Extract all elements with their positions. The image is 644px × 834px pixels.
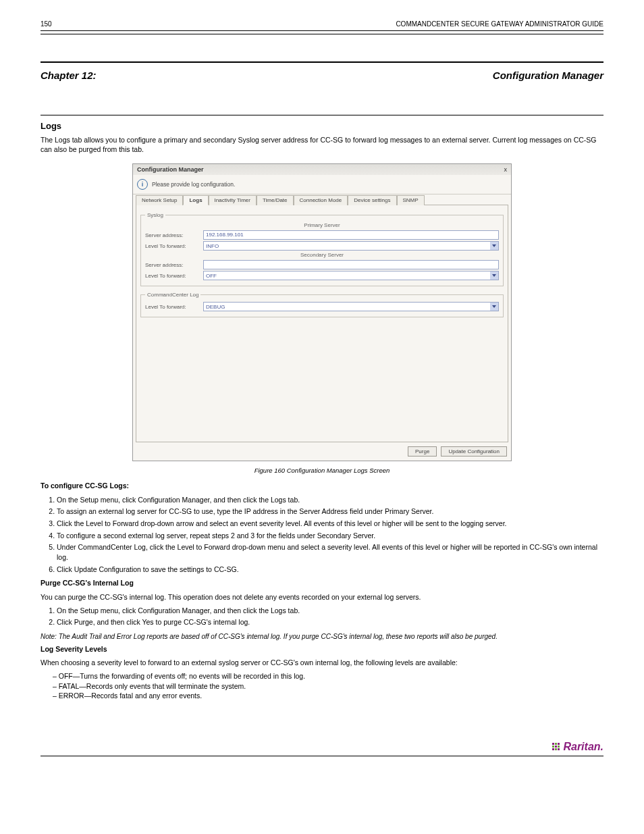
chapter-rule bbox=[41, 61, 603, 63]
manual-title: COMMANDCENTER SECURE GATEWAY ADMINISTRAT… bbox=[396, 20, 603, 28]
chevron-down-icon bbox=[490, 303, 498, 311]
cc-level-label: Level To forward: bbox=[145, 304, 200, 310]
list-item: OFF—Turns the forwarding of events off; … bbox=[53, 671, 603, 681]
info-text: Please provide log configuration. bbox=[152, 181, 235, 188]
chapter-title: Configuration Manager bbox=[493, 70, 603, 81]
chapter-number: Chapter 12: bbox=[41, 70, 97, 81]
section-rule bbox=[41, 115, 603, 115]
figure-caption: Figure 160 Configuration Manager Logs Sc… bbox=[41, 467, 603, 474]
configure-logs-steps: On the Setup menu, click Configuration M… bbox=[41, 495, 603, 575]
cc-log-group: CommandCenter Log Level To forward: DEBU… bbox=[140, 292, 504, 317]
chevron-down-icon bbox=[490, 242, 498, 250]
cc-log-legend: CommandCenter Log bbox=[145, 292, 200, 298]
severity-heading: Log Severity Levels bbox=[41, 644, 603, 654]
severity-intro: When choosing a severity level to forwar… bbox=[41, 658, 603, 667]
tab-device-settings[interactable]: Device settings bbox=[348, 195, 396, 205]
secondary-address-input[interactable] bbox=[203, 260, 499, 269]
tab-connection-mode[interactable]: Connection Mode bbox=[294, 195, 348, 205]
secondary-address-label: Server address: bbox=[145, 262, 200, 268]
list-item: ERROR—Records fatal and any error events… bbox=[53, 691, 603, 700]
page-number: 150 bbox=[41, 20, 52, 28]
config-manager-window: Configuration Manager x i Please provide… bbox=[132, 163, 512, 461]
syslog-group: Syslog Primary Server Server address: 19… bbox=[140, 212, 504, 286]
cc-level-select[interactable]: DEBUG bbox=[203, 302, 499, 311]
list-item: To assign an external log server for CC-… bbox=[57, 506, 603, 517]
list-item: On the Setup menu, click Configuration M… bbox=[57, 606, 603, 616]
tab-bar: Network Setup Logs Inactivity Timer Time… bbox=[133, 194, 511, 205]
tab-inactivity-timer[interactable]: Inactivity Timer bbox=[209, 195, 257, 205]
brand-text: Raritan. bbox=[563, 741, 603, 753]
primary-address-label: Server address: bbox=[145, 232, 200, 238]
purge-heading: Purge CC-SG's Internal Log bbox=[41, 578, 603, 588]
list-item: On the Setup menu, click Configuration M… bbox=[57, 495, 603, 505]
list-item: Click the Level to Forward drop-down arr… bbox=[57, 519, 603, 529]
brand-logo: Raritan. bbox=[552, 741, 603, 753]
chevron-down-icon bbox=[490, 271, 498, 280]
footer-rule bbox=[41, 756, 603, 756]
syslog-legend: Syslog bbox=[145, 212, 165, 218]
secondary-level-label: Level To forward: bbox=[145, 273, 200, 279]
update-config-button[interactable]: Update Configuration bbox=[441, 446, 507, 457]
brand-dots-icon bbox=[552, 743, 560, 750]
purge-steps: On the Setup menu, click Configuration M… bbox=[41, 606, 603, 627]
list-item: FATAL—Records only events that will term… bbox=[53, 681, 603, 691]
list-item: To configure a second external log serve… bbox=[57, 531, 603, 541]
purge-button[interactable]: Purge bbox=[408, 446, 437, 457]
section-heading: Logs bbox=[41, 121, 603, 131]
list-item: Click Purge, and then click Yes to purge… bbox=[57, 617, 603, 627]
primary-level-select[interactable]: INFO bbox=[203, 241, 499, 251]
close-icon[interactable]: x bbox=[504, 166, 508, 173]
configure-logs-heading: To configure CC-SG Logs: bbox=[41, 481, 603, 490]
tab-snmp[interactable]: SNMP bbox=[397, 195, 425, 205]
primary-level-label: Level To forward: bbox=[145, 243, 200, 249]
tab-logs[interactable]: Logs bbox=[183, 195, 208, 205]
list-item: Under CommandCenter Log, click the Level… bbox=[57, 542, 603, 562]
header-rule bbox=[41, 30, 603, 34]
tab-network-setup[interactable]: Network Setup bbox=[136, 195, 183, 205]
tab-time-date[interactable]: Time/Date bbox=[257, 195, 294, 205]
secondary-server-heading: Secondary Server bbox=[145, 252, 499, 258]
primary-address-input[interactable]: 192.168.99.101 bbox=[203, 230, 499, 240]
info-icon: i bbox=[137, 179, 148, 190]
primary-server-heading: Primary Server bbox=[145, 222, 499, 228]
section-intro: The Logs tab allows you to configure a p… bbox=[41, 135, 603, 154]
secondary-level-select[interactable]: OFF bbox=[203, 271, 499, 280]
list-item: Click Update Configuration to save the s… bbox=[57, 565, 603, 575]
window-title: Configuration Manager bbox=[137, 166, 204, 173]
severity-list: OFF—Turns the forwarding of events off; … bbox=[41, 671, 603, 700]
note-text: Note: The Audit Trail and Error Log repo… bbox=[41, 633, 603, 640]
purge-intro: You can purge the CC-SG's internal log. … bbox=[41, 592, 603, 602]
